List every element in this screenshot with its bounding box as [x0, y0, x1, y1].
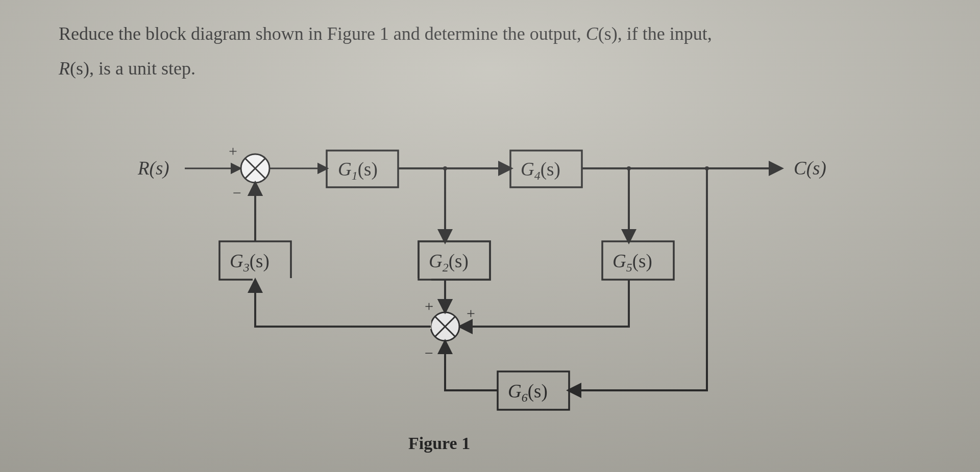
svg-text:G2(s): G2(s) [429, 251, 469, 274]
svg-text:G3(s): G3(s) [230, 251, 270, 274]
sum-junction-2 [431, 312, 459, 341]
wire-g5-sum2 [460, 280, 629, 327]
sum1-minus-icon: − [233, 184, 241, 201]
figure-caption: Figure 1 [408, 434, 470, 453]
svg-text:G1(s): G1(s) [338, 159, 378, 182]
sum2-minus-icon: − [425, 344, 433, 361]
svg-text:G5(s): G5(s) [612, 251, 652, 274]
svg-text:G4(s): G4(s) [521, 159, 560, 182]
sum2-plus-right-icon: + [467, 305, 475, 321]
block-diagram: R(s) R(s) + − G1(s) G4(s) C(s) C(s) G3(s… [0, 0, 980, 472]
block-g4: G4(s) [510, 151, 582, 187]
block-g2: G2(s) [419, 241, 490, 280]
wire-g6-sum2 [445, 342, 498, 390]
svg-text:G6(s): G6(s) [508, 381, 548, 404]
block-g1: G1(s) [327, 151, 398, 187]
sum1-plus-icon: + [229, 142, 237, 159]
svg-text:+: + [425, 297, 433, 314]
svg-rect-24 [253, 278, 431, 329]
sum-junction-1 [241, 154, 270, 183]
block-g5: G5(s) [602, 241, 674, 280]
block-g6: G6(s) [498, 371, 569, 410]
